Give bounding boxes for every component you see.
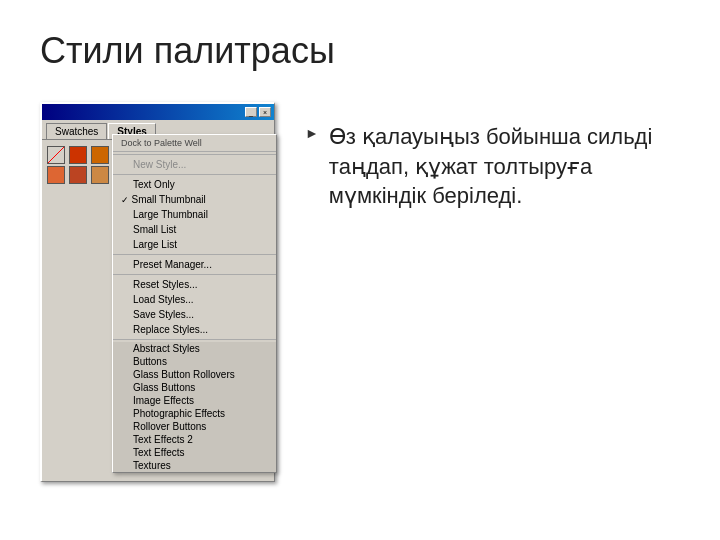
dropdown-section-library: Abstract Styles Buttons Glass Button Rol… (113, 342, 276, 472)
styles-dropdown: Dock to Palette Well New Style... Text O… (112, 134, 277, 473)
panel-minimize-button[interactable]: _ (245, 107, 257, 117)
bullet-arrow-icon: ► (305, 125, 319, 141)
dropdown-item-glass-rollovers[interactable]: Glass Button Rollovers (113, 368, 276, 381)
panel-close-button[interactable]: × (259, 107, 271, 117)
dropdown-item-save-styles[interactable]: Save Styles... (113, 307, 276, 322)
dropdown-item-text-effects-2[interactable]: Text Effects 2 (113, 433, 276, 446)
dropdown-item-rollover-buttons[interactable]: Rollover Buttons (113, 420, 276, 433)
dropdown-item-image-effects[interactable]: Image Effects (113, 394, 276, 407)
swatch-item[interactable] (69, 166, 87, 184)
divider (113, 274, 276, 275)
swatch-item[interactable] (47, 166, 65, 184)
swatch-item[interactable] (47, 146, 65, 164)
dropdown-item-large-thumbnail[interactable]: Large Thumbnail (113, 207, 276, 222)
dropdown-new-style[interactable]: New Style... (113, 157, 276, 172)
dropdown-item-abstract-styles[interactable]: Abstract Styles (113, 342, 276, 355)
dropdown-item-photographic[interactable]: Photographic Effects (113, 407, 276, 420)
dropdown-item-replace-styles[interactable]: Replace Styles... (113, 322, 276, 337)
tab-swatches[interactable]: Swatches (46, 123, 107, 139)
right-text-area: ► Өз қалауыңыз бойынша сильді таңдап, құ… (305, 102, 680, 211)
main-body-text: Өз қалауыңыз бойынша сильді таңдап, құжа… (329, 122, 680, 211)
dropdown-item-reset-styles[interactable]: Reset Styles... (113, 277, 276, 292)
content-area: _ × Swatches Styles (0, 92, 720, 492)
divider (113, 339, 276, 340)
ps-panel: _ × Swatches Styles (40, 102, 275, 482)
dropdown-item-buttons[interactable]: Buttons (113, 355, 276, 368)
dropdown-item-small-list[interactable]: Small List (113, 222, 276, 237)
dropdown-item-textures[interactable]: Textures (113, 459, 276, 472)
divider (113, 254, 276, 255)
swatch-item[interactable] (69, 146, 87, 164)
divider (113, 174, 276, 175)
swatch-item[interactable] (91, 146, 109, 164)
dropdown-header: Dock to Palette Well (113, 135, 276, 152)
swatch-item[interactable] (91, 166, 109, 184)
panel-titlebar: _ × (42, 104, 274, 120)
dropdown-item-text-effects[interactable]: Text Effects (113, 446, 276, 459)
page-title: Стили палитрасы (0, 0, 720, 92)
divider (113, 154, 276, 155)
dropdown-item-load-styles[interactable]: Load Styles... (113, 292, 276, 307)
dropdown-item-small-thumbnail[interactable]: Small Thumbnail (113, 192, 276, 207)
dropdown-item-glass-buttons[interactable]: Glass Buttons (113, 381, 276, 394)
dropdown-item-text-only[interactable]: Text Only (113, 177, 276, 192)
dropdown-item-large-list[interactable]: Large List (113, 237, 276, 252)
panel-controls: _ × (245, 107, 271, 117)
dropdown-item-preset-manager[interactable]: Preset Manager... (113, 257, 276, 272)
